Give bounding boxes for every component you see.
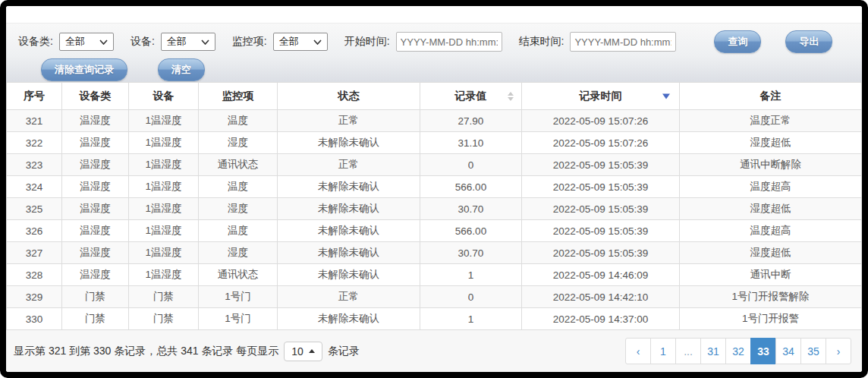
- query-button[interactable]: 查询: [714, 30, 761, 53]
- table-cell: 2022-05-09 15:05:39: [522, 176, 680, 198]
- sort-desc-icon[interactable]: [662, 93, 670, 99]
- page-button[interactable]: 32: [725, 338, 751, 364]
- table-cell: 1号门开报警: [680, 308, 862, 330]
- table-cell: 2022-05-09 15:07:26: [522, 132, 680, 154]
- table-row[interactable]: 322温湿度1温湿度湿度未解除未确认31.102022-05-09 15:07:…: [7, 132, 862, 154]
- device-class-label: 设备类:: [18, 35, 53, 49]
- column-header-monitor-item: 监控项: [199, 83, 278, 110]
- window-frame: 设备类: 全部 设备: 全部 监控项: 全部 开始时间: 结束时间:: [0, 0, 868, 378]
- page-button[interactable]: 33: [750, 338, 776, 364]
- sort-both-icon[interactable]: [508, 92, 514, 101]
- table-row[interactable]: 326温湿度1温湿度温度未解除未确认566.002022-05-09 15:05…: [7, 220, 862, 242]
- table-cell: 通讯中断: [680, 264, 862, 286]
- footer-bar: 显示第 321 到第 330 条记录，总共 341 条记录 每页显示 10 条记…: [6, 330, 862, 372]
- table-cell: 2022-05-09 15:05:39: [522, 220, 680, 242]
- table-cell: 329: [7, 286, 62, 308]
- summary-prefix: 显示第 321 到第 330 条记录，总共 341 条记录 每页显示: [14, 345, 278, 358]
- table-cell: 正常: [278, 154, 420, 176]
- table-cell: 0: [420, 286, 522, 308]
- table-cell: 门禁: [129, 286, 199, 308]
- table-cell: 湿度超低: [680, 198, 862, 220]
- table-cell: 27.90: [420, 110, 522, 132]
- table-cell: 1温湿度: [129, 176, 199, 198]
- table-row[interactable]: 324温湿度1温湿度温度未解除未确认566.002022-05-09 15:05…: [7, 176, 862, 198]
- table-cell: 1温湿度: [129, 110, 199, 132]
- table-cell: 2022-05-09 14:46:09: [522, 264, 680, 286]
- table-cell: 温度: [199, 176, 278, 198]
- page-button[interactable]: 34: [775, 338, 801, 364]
- table-cell: 330: [7, 308, 62, 330]
- table-cell: 321: [7, 110, 62, 132]
- chevron-down-icon: [313, 39, 322, 45]
- table-row[interactable]: 327温湿度1温湿度湿度未解除未确认30.702022-05-09 15:05:…: [7, 242, 862, 264]
- table-cell: 温湿度: [62, 176, 129, 198]
- table-cell: 1号门开报警解除: [680, 286, 862, 308]
- page-button[interactable]: 1: [650, 338, 676, 364]
- table-cell: 温度超高: [680, 220, 862, 242]
- table-header-row: 序号 设备类 设备 监控项 状态 记录值 记录时间 备注: [7, 83, 862, 110]
- column-header-remark: 备注: [680, 83, 862, 110]
- table-cell: 温度超高: [680, 176, 862, 198]
- page-next-button[interactable]: ›: [826, 338, 851, 364]
- table-cell: 通讯中断解除: [680, 154, 862, 176]
- export-button[interactable]: 导出: [785, 30, 832, 53]
- page-prev-button[interactable]: ‹: [625, 338, 651, 364]
- table-cell: 温湿度: [62, 220, 129, 242]
- end-time-input[interactable]: [570, 32, 676, 52]
- table-cell: 温湿度: [62, 132, 129, 154]
- caret-up-icon: [309, 349, 315, 353]
- start-time-input[interactable]: [396, 32, 502, 52]
- table-cell: 0: [420, 154, 522, 176]
- monitor-item-label: 监控项:: [232, 35, 267, 49]
- table-row[interactable]: 329门禁门禁1号门正常02022-05-09 14:42:101号门开报警解除: [7, 286, 862, 308]
- clear-query-records-button[interactable]: 清除查询记录: [41, 58, 127, 81]
- table-cell: 322: [7, 132, 62, 154]
- page-button[interactable]: ...: [675, 338, 701, 364]
- device-class-select[interactable]: 全部: [59, 33, 114, 51]
- table-cell: 未解除未确认: [278, 132, 420, 154]
- page-button[interactable]: 31: [700, 338, 726, 364]
- device-class-value: 全部: [65, 35, 85, 49]
- app-panel: 设备类: 全部 设备: 全部 监控项: 全部 开始时间: 结束时间:: [6, 6, 862, 372]
- table-cell: 门禁: [62, 286, 129, 308]
- table-cell: 1温湿度: [129, 198, 199, 220]
- table-row[interactable]: 330门禁门禁1号门未解除未确认12022-05-09 14:37:001号门开…: [7, 308, 862, 330]
- table-cell: 30.70: [420, 198, 522, 220]
- table-cell: 温湿度: [62, 198, 129, 220]
- table-cell: 1温湿度: [129, 132, 199, 154]
- table-cell: 1: [420, 264, 522, 286]
- table-cell: 1号门: [199, 286, 278, 308]
- table-cell: 温湿度: [62, 154, 129, 176]
- column-header-record-time[interactable]: 记录时间: [522, 83, 680, 110]
- table-cell: 温度: [199, 220, 278, 242]
- table-cell: 30.70: [420, 242, 522, 264]
- table-cell: 1: [420, 308, 522, 330]
- table-row[interactable]: 325温湿度1温湿度湿度未解除未确认30.702022-05-09 15:05:…: [7, 198, 862, 220]
- record-summary: 显示第 321 到第 330 条记录，总共 341 条记录 每页显示 10 条记…: [14, 342, 360, 361]
- table-cell: 湿度超低: [680, 242, 862, 264]
- table-cell: 未解除未确认: [278, 176, 420, 198]
- page-size-select[interactable]: 10: [284, 342, 322, 361]
- table-cell: 323: [7, 154, 62, 176]
- table-row[interactable]: 321温湿度1温湿度温度正常27.902022-05-09 15:07:26温度…: [7, 110, 862, 132]
- page-size-value: 10: [291, 345, 303, 358]
- table-cell: 1温湿度: [129, 264, 199, 286]
- table-cell: 正常: [278, 286, 420, 308]
- table-cell: 未解除未确认: [278, 264, 420, 286]
- table-cell: 未解除未确认: [278, 242, 420, 264]
- filter-bar: 设备类: 全部 设备: 全部 监控项: 全部 开始时间: 结束时间:: [6, 23, 862, 82]
- device-select[interactable]: 全部: [161, 33, 215, 51]
- table-cell: 566.00: [420, 220, 522, 242]
- table-row[interactable]: 323温湿度1温湿度通讯状态正常02022-05-09 15:05:39通讯中断…: [7, 154, 862, 176]
- end-time-label: 结束时间:: [519, 35, 565, 49]
- table-cell: 正常: [278, 110, 420, 132]
- table-cell: 31.10: [420, 132, 522, 154]
- table-row[interactable]: 328温湿度1温湿度通讯状态未解除未确认12022-05-09 14:46:09…: [7, 264, 862, 286]
- page-button[interactable]: 35: [800, 338, 826, 364]
- table-cell: 326: [7, 220, 62, 242]
- column-header-record-value[interactable]: 记录值: [420, 83, 522, 110]
- column-header-label: 记录时间: [580, 90, 622, 102]
- chevron-down-icon: [201, 39, 209, 45]
- monitor-item-select[interactable]: 全部: [273, 33, 328, 51]
- clear-button[interactable]: 清空: [158, 58, 205, 81]
